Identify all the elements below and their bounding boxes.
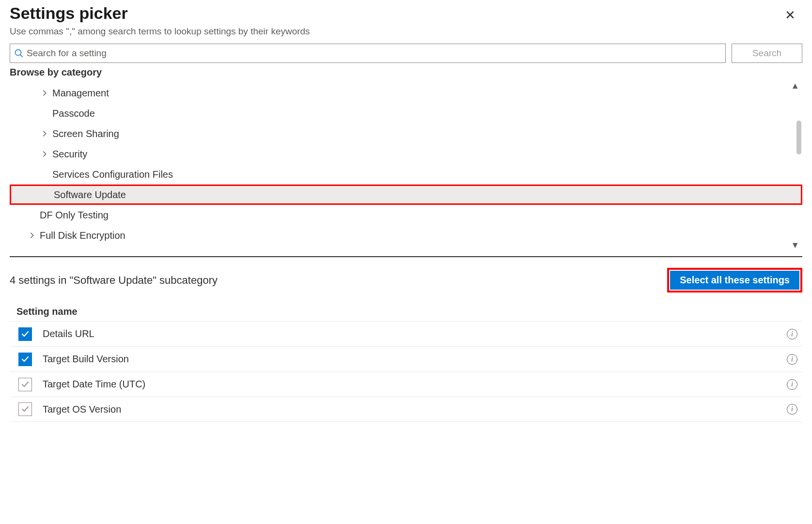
- info-icon[interactable]: i: [787, 329, 797, 339]
- close-icon: ✕: [785, 8, 796, 22]
- close-button[interactable]: ✕: [783, 7, 797, 23]
- setting-row: Target Date Time (UTC)i: [10, 371, 802, 397]
- settings-list: Details URLiTarget Build VersioniTarget …: [10, 321, 802, 422]
- info-icon[interactable]: i: [787, 379, 797, 390]
- setting-checkbox[interactable]: [18, 378, 32, 391]
- setting-name-column-header: Setting name: [10, 306, 802, 317]
- info-icon[interactable]: i: [787, 354, 797, 365]
- category-item-full-disk-encryption[interactable]: Full Disk Encryption: [10, 225, 802, 246]
- setting-label: Target Build Version: [43, 354, 787, 365]
- chevron-right-icon: [39, 130, 50, 137]
- chevron-right-icon: [39, 151, 50, 157]
- category-item-label: Services Configuration Files: [52, 169, 173, 180]
- svg-line-1: [20, 55, 23, 57]
- category-item-passcode[interactable]: Passcode: [10, 103, 802, 123]
- category-tree: ManagementPasscodeScreen SharingSecurity…: [10, 81, 802, 246]
- setting-row: Target Build Versioni: [10, 346, 802, 371]
- setting-label: Target Date Time (UTC): [43, 379, 787, 390]
- category-item-df-only-testing[interactable]: DF Only Testing: [10, 205, 802, 225]
- setting-checkbox[interactable]: [18, 353, 32, 366]
- info-icon[interactable]: i: [787, 404, 797, 415]
- category-item-label: Passcode: [52, 108, 95, 119]
- page-title: Settings picker: [10, 4, 128, 23]
- scroll-down-icon[interactable]: ▼: [791, 240, 799, 250]
- select-all-highlight: Select all these settings: [667, 268, 802, 293]
- category-item-software-update[interactable]: Software Update: [10, 185, 802, 205]
- scroll-up-icon[interactable]: ▲: [791, 81, 799, 91]
- search-box[interactable]: [10, 44, 726, 63]
- setting-label: Details URL: [43, 328, 787, 339]
- scrollbar-thumb[interactable]: [796, 121, 801, 154]
- svg-point-0: [16, 50, 21, 56]
- subcategory-count-label: 4 settings in "Software Update" subcateg…: [10, 274, 218, 287]
- chevron-right-icon: [26, 232, 38, 239]
- category-item-label: Security: [52, 149, 87, 160]
- setting-row: Target OS Versioni: [10, 397, 802, 422]
- setting-label: Target OS Version: [43, 404, 787, 415]
- select-all-button[interactable]: Select all these settings: [670, 271, 799, 290]
- search-input[interactable]: [27, 48, 721, 59]
- category-item-management[interactable]: Management: [10, 83, 802, 103]
- search-button[interactable]: Search: [732, 44, 802, 63]
- category-item-screen-sharing[interactable]: Screen Sharing: [10, 123, 802, 144]
- setting-checkbox[interactable]: [18, 327, 32, 341]
- category-item-services-configuration-files[interactable]: Services Configuration Files: [10, 164, 802, 185]
- setting-row: Details URLi: [10, 321, 802, 346]
- browse-by-category-label: Browse by category: [10, 67, 802, 78]
- section-divider: [10, 256, 802, 257]
- category-item-label: Screen Sharing: [52, 128, 119, 139]
- category-item-label: Software Update: [54, 189, 126, 200]
- category-item-label: Management: [52, 88, 109, 99]
- setting-checkbox[interactable]: [18, 402, 32, 416]
- category-item-label: DF Only Testing: [40, 210, 109, 221]
- category-item-label: Full Disk Encryption: [40, 230, 125, 241]
- category-item-security[interactable]: Security: [10, 144, 802, 164]
- search-icon: [14, 48, 24, 58]
- chevron-right-icon: [39, 90, 50, 96]
- page-subtitle: Use commas "," among search terms to loo…: [10, 26, 802, 37]
